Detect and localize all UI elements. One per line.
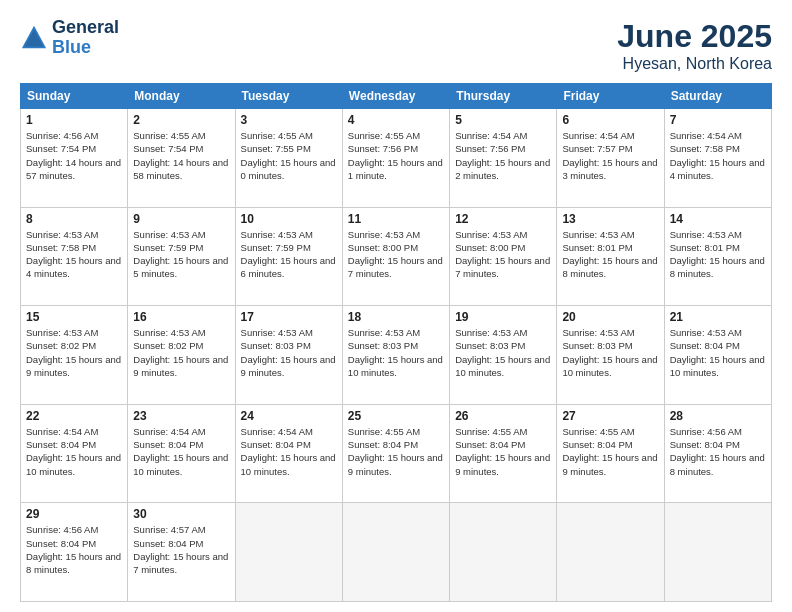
logo-text-blue: Blue (52, 38, 119, 58)
day-detail: Sunrise: 4:56 AMSunset: 7:54 PMDaylight:… (26, 129, 122, 182)
calendar-cell (664, 503, 771, 602)
calendar-cell: 9Sunrise: 4:53 AMSunset: 7:59 PMDaylight… (128, 207, 235, 306)
calendar-cell: 29Sunrise: 4:56 AMSunset: 8:04 PMDayligh… (21, 503, 128, 602)
day-number: 15 (26, 310, 122, 324)
calendar-week-row: 15Sunrise: 4:53 AMSunset: 8:02 PMDayligh… (21, 306, 772, 405)
day-detail: Sunrise: 4:55 AMSunset: 8:04 PMDaylight:… (348, 425, 444, 478)
day-number: 12 (455, 212, 551, 226)
title-block: June 2025 Hyesan, North Korea (617, 18, 772, 73)
day-number: 19 (455, 310, 551, 324)
day-detail: Sunrise: 4:53 AMSunset: 8:02 PMDaylight:… (26, 326, 122, 379)
calendar-cell: 13Sunrise: 4:53 AMSunset: 8:01 PMDayligh… (557, 207, 664, 306)
day-number: 9 (133, 212, 229, 226)
day-number: 6 (562, 113, 658, 127)
calendar-cell: 26Sunrise: 4:55 AMSunset: 8:04 PMDayligh… (450, 404, 557, 503)
day-number: 8 (26, 212, 122, 226)
day-number: 3 (241, 113, 337, 127)
calendar-header-row: Sunday Monday Tuesday Wednesday Thursday… (21, 84, 772, 109)
calendar-cell: 14Sunrise: 4:53 AMSunset: 8:01 PMDayligh… (664, 207, 771, 306)
calendar-cell (235, 503, 342, 602)
calendar-week-row: 8Sunrise: 4:53 AMSunset: 7:58 PMDaylight… (21, 207, 772, 306)
logo-icon (20, 24, 48, 52)
day-detail: Sunrise: 4:54 AMSunset: 8:04 PMDaylight:… (241, 425, 337, 478)
day-number: 1 (26, 113, 122, 127)
calendar-cell: 18Sunrise: 4:53 AMSunset: 8:03 PMDayligh… (342, 306, 449, 405)
logo-text-general: General (52, 18, 119, 38)
calendar-cell: 7Sunrise: 4:54 AMSunset: 7:58 PMDaylight… (664, 109, 771, 208)
calendar-cell: 10Sunrise: 4:53 AMSunset: 7:59 PMDayligh… (235, 207, 342, 306)
day-detail: Sunrise: 4:56 AMSunset: 8:04 PMDaylight:… (26, 523, 122, 576)
calendar-cell: 8Sunrise: 4:53 AMSunset: 7:58 PMDaylight… (21, 207, 128, 306)
calendar-cell: 3Sunrise: 4:55 AMSunset: 7:55 PMDaylight… (235, 109, 342, 208)
day-detail: Sunrise: 4:55 AMSunset: 7:56 PMDaylight:… (348, 129, 444, 182)
calendar-cell: 11Sunrise: 4:53 AMSunset: 8:00 PMDayligh… (342, 207, 449, 306)
calendar-cell: 15Sunrise: 4:53 AMSunset: 8:02 PMDayligh… (21, 306, 128, 405)
day-number: 20 (562, 310, 658, 324)
calendar-cell: 16Sunrise: 4:53 AMSunset: 8:02 PMDayligh… (128, 306, 235, 405)
col-monday: Monday (128, 84, 235, 109)
day-number: 17 (241, 310, 337, 324)
day-detail: Sunrise: 4:53 AMSunset: 8:01 PMDaylight:… (562, 228, 658, 281)
day-detail: Sunrise: 4:53 AMSunset: 8:01 PMDaylight:… (670, 228, 766, 281)
calendar-cell (557, 503, 664, 602)
calendar-week-row: 22Sunrise: 4:54 AMSunset: 8:04 PMDayligh… (21, 404, 772, 503)
calendar-week-row: 1Sunrise: 4:56 AMSunset: 7:54 PMDaylight… (21, 109, 772, 208)
day-number: 18 (348, 310, 444, 324)
calendar-cell: 21Sunrise: 4:53 AMSunset: 8:04 PMDayligh… (664, 306, 771, 405)
col-friday: Friday (557, 84, 664, 109)
day-number: 7 (670, 113, 766, 127)
header: General Blue June 2025 Hyesan, North Kor… (20, 18, 772, 73)
day-detail: Sunrise: 4:56 AMSunset: 8:04 PMDaylight:… (670, 425, 766, 478)
logo: General Blue (20, 18, 119, 58)
col-wednesday: Wednesday (342, 84, 449, 109)
day-detail: Sunrise: 4:53 AMSunset: 8:00 PMDaylight:… (348, 228, 444, 281)
calendar-cell: 23Sunrise: 4:54 AMSunset: 8:04 PMDayligh… (128, 404, 235, 503)
day-number: 16 (133, 310, 229, 324)
calendar-cell: 12Sunrise: 4:53 AMSunset: 8:00 PMDayligh… (450, 207, 557, 306)
calendar-cell: 17Sunrise: 4:53 AMSunset: 8:03 PMDayligh… (235, 306, 342, 405)
day-number: 11 (348, 212, 444, 226)
calendar-cell (450, 503, 557, 602)
day-detail: Sunrise: 4:54 AMSunset: 7:57 PMDaylight:… (562, 129, 658, 182)
day-number: 21 (670, 310, 766, 324)
col-saturday: Saturday (664, 84, 771, 109)
day-detail: Sunrise: 4:55 AMSunset: 7:55 PMDaylight:… (241, 129, 337, 182)
col-tuesday: Tuesday (235, 84, 342, 109)
day-number: 23 (133, 409, 229, 423)
day-number: 13 (562, 212, 658, 226)
calendar-subtitle: Hyesan, North Korea (617, 55, 772, 73)
day-number: 10 (241, 212, 337, 226)
day-detail: Sunrise: 4:57 AMSunset: 8:04 PMDaylight:… (133, 523, 229, 576)
calendar-cell: 20Sunrise: 4:53 AMSunset: 8:03 PMDayligh… (557, 306, 664, 405)
col-sunday: Sunday (21, 84, 128, 109)
day-detail: Sunrise: 4:53 AMSunset: 8:04 PMDaylight:… (670, 326, 766, 379)
calendar-week-row: 29Sunrise: 4:56 AMSunset: 8:04 PMDayligh… (21, 503, 772, 602)
day-detail: Sunrise: 4:54 AMSunset: 8:04 PMDaylight:… (26, 425, 122, 478)
day-detail: Sunrise: 4:53 AMSunset: 7:58 PMDaylight:… (26, 228, 122, 281)
calendar-cell: 30Sunrise: 4:57 AMSunset: 8:04 PMDayligh… (128, 503, 235, 602)
day-number: 29 (26, 507, 122, 521)
day-number: 27 (562, 409, 658, 423)
day-number: 2 (133, 113, 229, 127)
calendar-cell: 2Sunrise: 4:55 AMSunset: 7:54 PMDaylight… (128, 109, 235, 208)
day-number: 22 (26, 409, 122, 423)
day-number: 25 (348, 409, 444, 423)
day-number: 24 (241, 409, 337, 423)
day-number: 4 (348, 113, 444, 127)
calendar-cell: 19Sunrise: 4:53 AMSunset: 8:03 PMDayligh… (450, 306, 557, 405)
day-number: 14 (670, 212, 766, 226)
calendar-cell (342, 503, 449, 602)
calendar-cell: 24Sunrise: 4:54 AMSunset: 8:04 PMDayligh… (235, 404, 342, 503)
day-number: 5 (455, 113, 551, 127)
day-detail: Sunrise: 4:54 AMSunset: 7:56 PMDaylight:… (455, 129, 551, 182)
calendar-cell: 27Sunrise: 4:55 AMSunset: 8:04 PMDayligh… (557, 404, 664, 503)
day-detail: Sunrise: 4:54 AMSunset: 8:04 PMDaylight:… (133, 425, 229, 478)
day-number: 28 (670, 409, 766, 423)
day-detail: Sunrise: 4:53 AMSunset: 7:59 PMDaylight:… (241, 228, 337, 281)
calendar-cell: 6Sunrise: 4:54 AMSunset: 7:57 PMDaylight… (557, 109, 664, 208)
calendar-page: General Blue June 2025 Hyesan, North Kor… (0, 0, 792, 612)
calendar-title: June 2025 (617, 18, 772, 55)
calendar-cell: 28Sunrise: 4:56 AMSunset: 8:04 PMDayligh… (664, 404, 771, 503)
day-detail: Sunrise: 4:53 AMSunset: 8:03 PMDaylight:… (348, 326, 444, 379)
day-number: 26 (455, 409, 551, 423)
